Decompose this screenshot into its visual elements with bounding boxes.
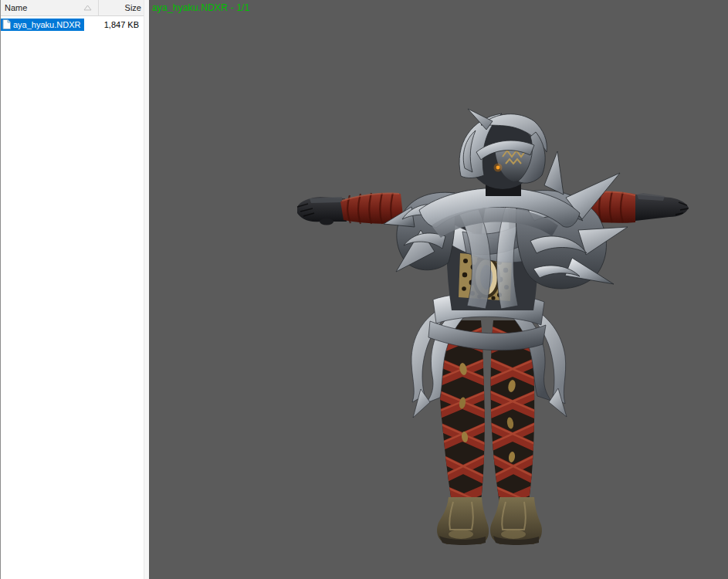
hip-sash bbox=[411, 293, 567, 418]
character-model bbox=[149, 0, 728, 579]
file-list-body: aya_hyaku.NDXR 1,847 KB bbox=[1, 16, 144, 579]
column-header-size[interactable]: Size bbox=[99, 0, 144, 15]
file-list-scrollbar[interactable] bbox=[144, 0, 149, 579]
left-arm bbox=[297, 193, 404, 225]
head bbox=[459, 109, 547, 196]
right-boot bbox=[490, 497, 542, 545]
file-size: 1,847 KB bbox=[104, 20, 144, 29]
file-list: Name Size bbox=[1, 0, 144, 579]
column-name-label: Name bbox=[5, 3, 27, 12]
sort-ascending-icon bbox=[83, 5, 92, 11]
file-list-panel: Name Size bbox=[0, 0, 149, 579]
eye bbox=[496, 166, 500, 170]
file-name: aya_hyaku.NDXR bbox=[13, 20, 82, 29]
file-row[interactable]: aya_hyaku.NDXR 1,847 KB bbox=[1, 18, 144, 31]
left-boot bbox=[437, 497, 489, 545]
column-size-label: Size bbox=[125, 3, 141, 12]
file-list-header: Name Size bbox=[1, 0, 144, 16]
file-row-selection[interactable]: aya_hyaku.NDXR bbox=[1, 19, 84, 31]
preview-viewport[interactable]: aya_hyaku.NDXR - 1/1 bbox=[149, 0, 728, 579]
file-icon bbox=[2, 19, 11, 29]
viewport-model-label: aya_hyaku.NDXR - 1/1 bbox=[152, 2, 250, 13]
model-viewer-window: Name Size bbox=[0, 0, 728, 579]
column-header-name[interactable]: Name bbox=[1, 0, 99, 15]
